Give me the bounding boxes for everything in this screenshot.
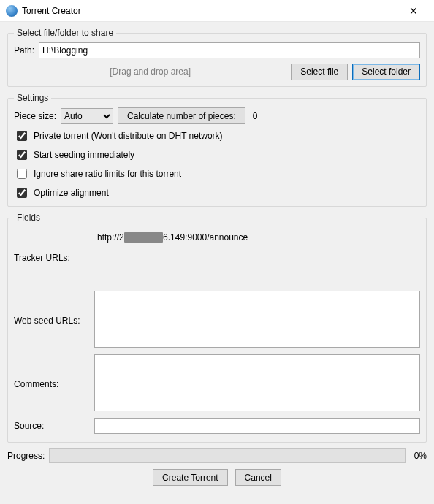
calculate-pieces-button[interactable]: Calculate number of pieces:: [118, 107, 245, 124]
comments-input[interactable]: [94, 354, 420, 411]
progress-label: Progress:: [7, 451, 45, 461]
webseed-urls-input[interactable]: [94, 291, 420, 348]
optimize-alignment-label: Optimize alignment: [34, 188, 109, 198]
ignore-ratio-checkbox[interactable]: [17, 169, 27, 179]
close-icon[interactable]: ✕: [399, 5, 428, 17]
select-folder-button[interactable]: Select folder: [352, 64, 420, 80]
optimize-alignment-checkbox[interactable]: [17, 188, 27, 198]
webseed-urls-label: Web seed URLs:: [14, 316, 80, 326]
piece-size-label: Piece size:: [14, 111, 56, 121]
settings-legend: Settings: [14, 93, 51, 103]
start-seeding-label: Start seeding immediately: [34, 150, 134, 160]
file-group: Select file/folder to share Path: [Drag …: [7, 28, 427, 87]
path-label: Path:: [14, 45, 34, 56]
source-input[interactable]: [94, 418, 420, 434]
redacted-ip: ________: [124, 232, 163, 243]
app-icon: [6, 5, 18, 17]
tracker-urls-input[interactable]: http://2________6.149:9000/announce: [94, 229, 420, 286]
private-torrent-checkbox[interactable]: [17, 131, 27, 141]
drag-drop-area[interactable]: [Drag and drop area]: [14, 63, 286, 80]
start-seeding-checkbox[interactable]: [17, 150, 27, 160]
fields-legend: Fields: [14, 213, 43, 223]
titlebar: Torrent Creator ✕: [0, 0, 434, 22]
create-torrent-button[interactable]: Create Torrent: [153, 469, 227, 486]
pieces-count: 0: [253, 111, 258, 121]
source-label: Source:: [14, 421, 44, 431]
file-group-legend: Select file/folder to share: [14, 28, 116, 38]
comments-label: Comments:: [14, 379, 58, 389]
progress-bar: [49, 448, 405, 463]
window-title: Torrent Creator: [22, 6, 399, 16]
private-torrent-label: Private torrent (Won't distribute on DHT…: [34, 131, 223, 141]
path-input[interactable]: [39, 42, 420, 58]
tracker-urls-label: Tracker URLs:: [14, 253, 70, 263]
settings-group: Settings Piece size: Auto Calculate numb…: [7, 93, 427, 207]
cancel-button[interactable]: Cancel: [235, 469, 281, 486]
ignore-ratio-label: Ignore share ratio limits for this torre…: [34, 169, 181, 179]
fields-group: Fields Tracker URLs: http://2________6.1…: [7, 213, 427, 443]
piece-size-select[interactable]: Auto: [61, 108, 113, 124]
select-file-button[interactable]: Select file: [291, 64, 348, 80]
progress-percent: 0%: [414, 451, 427, 461]
